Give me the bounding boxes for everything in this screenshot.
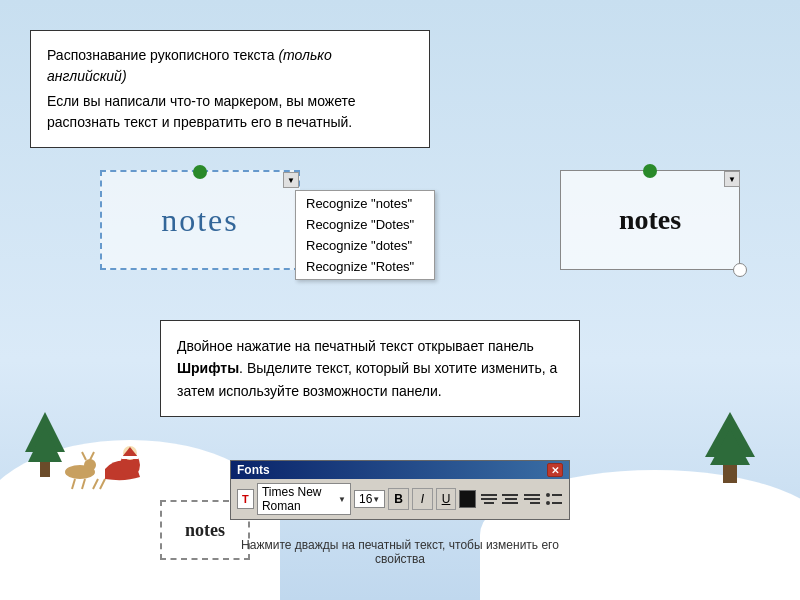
green-dot-left (193, 165, 207, 179)
recognition-area: notes ▼ Recognize "notes" Recognize "Dot… (100, 160, 740, 290)
fonts-toolbar: Fonts ✕ T Times New Roman ▼ 16 ▼ B I U (230, 460, 570, 520)
fonts-toolbar-title: Fonts (237, 463, 270, 477)
handwritten-text: notes (161, 202, 239, 239)
font-size-arrow[interactable]: ▼ (372, 495, 380, 504)
italic-button[interactable]: I (412, 488, 433, 510)
handwritten-dropdown-arrow[interactable]: ▼ (283, 172, 299, 188)
fonts-caption: Нажмите дважды на печатный текст, чтобы … (230, 538, 570, 566)
fonts-close-button[interactable]: ✕ (547, 463, 563, 477)
context-menu-item-3[interactable]: Recognize "dotes" (296, 235, 434, 256)
recognized-text: notes (619, 204, 681, 236)
font-size-text: 16 (359, 492, 372, 506)
main-content: Распознавание рукописного текста (только… (0, 0, 800, 600)
fonts-toolbar-body: T Times New Roman ▼ 16 ▼ B I U (231, 479, 569, 519)
info-box-top: Распознавание рукописного текста (только… (30, 30, 430, 148)
font-name-text: Times New Roman (262, 485, 338, 513)
info-bottom-bold: Шрифты (177, 360, 239, 376)
handwritten-box: notes ▼ (100, 170, 300, 270)
underline-button[interactable]: U (436, 488, 457, 510)
align-right-button[interactable] (523, 489, 542, 509)
font-type-icon: T (237, 489, 254, 509)
fonts-titlebar: Fonts ✕ (231, 461, 569, 479)
font-size-selector[interactable]: 16 ▼ (354, 490, 385, 508)
context-menu-item-1[interactable]: Recognize "notes" (296, 193, 434, 214)
align-left-button[interactable] (479, 489, 498, 509)
align-center-button[interactable] (501, 489, 520, 509)
context-menu: Recognize "notes" Recognize "Dotes" Reco… (295, 190, 435, 280)
context-menu-item-4[interactable]: Recognize "Rotes" (296, 256, 434, 277)
font-name-arrow[interactable]: ▼ (338, 495, 346, 504)
recognized-dropdown-arrow[interactable]: ▼ (724, 171, 740, 187)
info-top-title: Распознавание рукописного текста (только… (47, 45, 413, 87)
info-top-description: Если вы написали что-то маркером, вы мож… (47, 91, 413, 133)
italic-text: (только английский) (47, 47, 332, 84)
font-name-selector[interactable]: Times New Roman ▼ (257, 483, 351, 515)
green-dot-right (643, 164, 657, 178)
bold-button[interactable]: B (388, 488, 409, 510)
resize-handle[interactable] (733, 263, 747, 277)
context-menu-item-2[interactable]: Recognize "Dotes" (296, 214, 434, 235)
fonts-caption-text: Нажмите дважды на печатный текст, чтобы … (241, 538, 559, 566)
info-bottom-text1: Двойное нажатие на печатный текст открыв… (177, 338, 534, 354)
recognized-box: notes ▼ (560, 170, 740, 270)
font-color-picker[interactable] (459, 490, 476, 508)
info-box-bottom: Двойное нажатие на печатный текст открыв… (160, 320, 580, 417)
list-button[interactable] (544, 489, 563, 509)
